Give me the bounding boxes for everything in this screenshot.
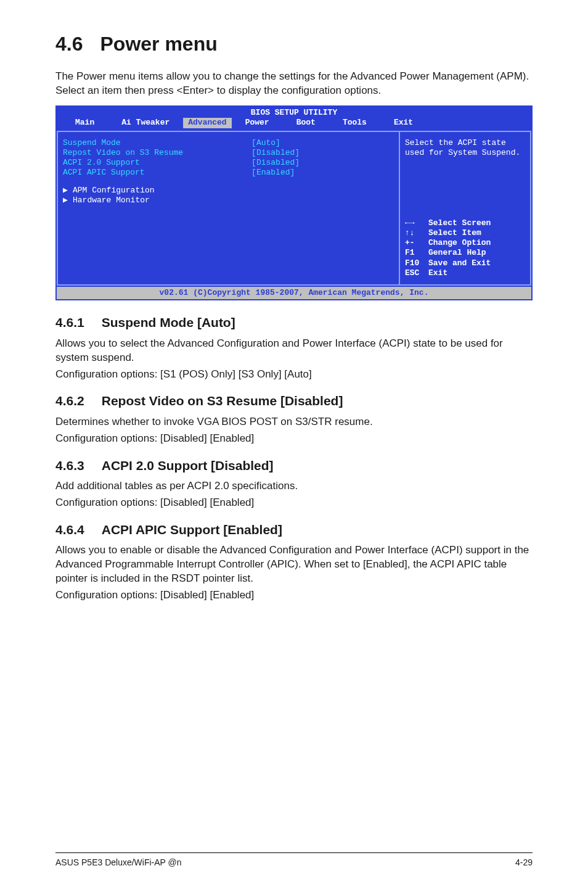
section-title: ACPI 2.0 Support [Disabled] (102, 458, 274, 472)
bios-row[interactable]: ACPI APIC Support [Enabled] (63, 168, 394, 178)
section-number: 4.6.2 (55, 392, 84, 410)
triangle-icon: ▶ (63, 186, 73, 196)
page-heading: 4.6Power menu (55, 31, 533, 57)
section-title: ACPI APIC Support [Enabled] (102, 522, 282, 537)
bios-body: Suspend Mode [Auto] Repost Video on S3 R… (57, 131, 531, 286)
section-title: Suspend Mode [Auto] (102, 315, 235, 329)
bios-row-label: Repost Video on S3 Resume (63, 148, 251, 158)
page-footer: ASUS P5E3 Deluxe/WiFi-AP @n 4-29 (55, 852, 533, 868)
key-desc: Select Item (428, 228, 481, 238)
section-body: Allows you to enable or disable the Adva… (55, 543, 533, 586)
bios-key-row: F1General Help (405, 248, 525, 258)
section-number: 4.6.3 (55, 457, 84, 474)
bios-key-row: ↑↓Select Item (405, 228, 525, 238)
section-body: Determines whether to invoke VGA BIOS PO… (55, 415, 533, 429)
bios-row-value: [Auto] (251, 138, 280, 148)
key: +- (405, 238, 428, 248)
key: ←→ (405, 218, 428, 228)
section-heading: 4.6.2Repost Video on S3 Resume [Disabled… (55, 392, 533, 410)
key: ESC (405, 268, 428, 278)
key-desc: Save and Exit (428, 258, 491, 268)
bios-submenu[interactable]: ▶Hardware Monitor (63, 196, 394, 205)
bios-tab-boot[interactable]: Boot (283, 118, 329, 128)
section-title: Repost Video on S3 Resume [Disabled] (102, 394, 343, 408)
section-heading: 4.6.4ACPI APIC Support [Enabled] (55, 521, 533, 538)
section-heading: 4.6.1Suspend Mode [Auto] (55, 314, 533, 331)
bios-row[interactable]: Repost Video on S3 Resume [Disabled] (63, 148, 394, 158)
footer-right: 4-29 (515, 857, 533, 868)
bios-right-pane: Select the ACPI state used for System Su… (399, 131, 531, 286)
key: F1 (405, 248, 428, 258)
section-body: Configuration options: [Disabled] [Enabl… (55, 432, 533, 446)
section-body: Configuration options: [Disabled] [Enabl… (55, 588, 533, 603)
section-number: 4.6.1 (55, 314, 84, 331)
section-heading: 4.6.3ACPI 2.0 Support [Disabled] (55, 457, 533, 474)
key-desc: Change Option (428, 238, 491, 248)
section-body: Configuration options: [Disabled] [Enabl… (55, 496, 533, 510)
bios-key-row: ESCExit (405, 268, 525, 278)
key-desc: General Help (428, 248, 486, 258)
bios-key-legend: ←→Select Screen ↑↓Select Item +-Change O… (405, 218, 525, 279)
bios-row-label: ACPI 2.0 Support (63, 158, 251, 168)
bios-key-row: +-Change Option (405, 238, 525, 248)
bios-tab-main[interactable]: Main (62, 118, 108, 128)
bios-title: BIOS SETUP UTILITY (57, 107, 531, 118)
key-desc: Select Screen (428, 218, 491, 228)
bios-tab-exit[interactable]: Exit (380, 118, 427, 128)
bios-tabs: Main Ai Tweaker Advanced Power Boot Tool… (57, 118, 531, 130)
triangle-icon: ▶ (63, 196, 73, 205)
bios-left-pane: Suspend Mode [Auto] Repost Video on S3 R… (57, 131, 399, 286)
bios-help-text: Select the ACPI state used for System Su… (405, 138, 525, 218)
section-number: 4.6.4 (55, 521, 84, 538)
bios-tab-power[interactable]: Power (232, 118, 283, 128)
bios-submenu-label: APM Configuration (73, 186, 155, 195)
intro-paragraph: The Power menu items allow you to change… (55, 70, 533, 98)
key: ↑↓ (405, 228, 428, 238)
key-desc: Exit (428, 268, 447, 278)
bios-row-value: [Enabled] (251, 168, 295, 178)
bios-row-value: [Disabled] (251, 158, 300, 168)
section-body: Allows you to select the Advanced Config… (55, 337, 533, 365)
bios-row[interactable]: Suspend Mode [Auto] (63, 138, 394, 148)
key: F10 (405, 258, 428, 268)
bios-tab-tools[interactable]: Tools (329, 118, 380, 128)
section-body: Add additional tables as per ACPI 2.0 sp… (55, 479, 533, 493)
bios-submenu-label: Hardware Monitor (73, 196, 150, 205)
bios-box: BIOS SETUP UTILITY Main Ai Tweaker Advan… (55, 105, 533, 300)
bios-key-row: F10Save and Exit (405, 258, 525, 268)
section-body: Configuration options: [S1 (POS) Only] [… (55, 368, 533, 382)
bios-footer: v02.61 (C)Copyright 1985-2007, American … (57, 286, 531, 299)
heading-title: Power menu (100, 33, 217, 55)
bios-row-label: Suspend Mode (63, 138, 251, 148)
bios-key-row: ←→Select Screen (405, 218, 525, 228)
bios-tab-advanced[interactable]: Advanced (183, 118, 231, 128)
footer-left: ASUS P5E3 Deluxe/WiFi-AP @n (55, 857, 182, 868)
bios-row-label: ACPI APIC Support (63, 168, 251, 178)
heading-number: 4.6 (55, 31, 83, 57)
bios-tab-ai-tweaker[interactable]: Ai Tweaker (108, 118, 183, 128)
bios-submenu[interactable]: ▶APM Configuration (63, 186, 394, 196)
bios-row-value: [Disabled] (251, 148, 300, 158)
bios-row[interactable]: ACPI 2.0 Support [Disabled] (63, 158, 394, 168)
